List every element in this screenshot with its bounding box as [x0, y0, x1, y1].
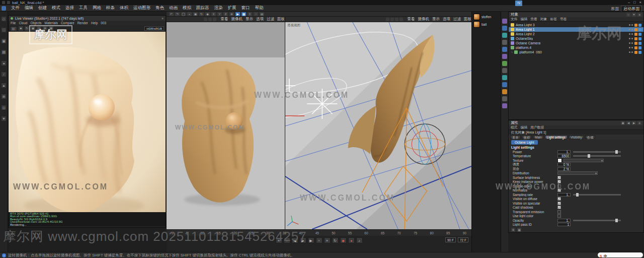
object-name[interactable]: OctaneSky [516, 37, 533, 40]
attribute-tab[interactable]: Main [533, 135, 544, 139]
menu-item[interactable]: 角色 [153, 5, 167, 11]
parameter-checkbox[interactable] [557, 197, 561, 201]
attribute-menu-item[interactable]: 模式 [511, 125, 518, 130]
solo-icon[interactable]: ○ [254, 12, 258, 16]
redo-icon[interactable]: ↷ [175, 12, 180, 16]
object-tags[interactable] [634, 28, 641, 31]
menu-item[interactable]: 工具 [76, 5, 90, 11]
presets-icon[interactable]: ▦ [517, 228, 521, 232]
object-row[interactable]: └ platform.4 [509, 45, 643, 50]
visibility-dots[interactable] [629, 38, 633, 39]
lock-y-axis-icon[interactable]: Y [217, 12, 222, 16]
object-tags[interactable] [634, 51, 641, 54]
viewport-menu-item[interactable]: 查看 [408, 17, 415, 22]
maximize-view-icon[interactable] [386, 18, 389, 21]
menu-item[interactable]: 网格 [90, 5, 104, 11]
previous-key-icon[interactable]: ‹ [284, 237, 290, 243]
render-preview-canvas[interactable] [9, 32, 166, 212]
palette-icon-13[interactable] [502, 103, 507, 108]
palette-icon-9[interactable] [502, 75, 507, 80]
move-icon[interactable]: + [187, 12, 192, 16]
viewport-canvas[interactable]: 透视视图 [285, 22, 471, 229]
visibility-dots[interactable] [629, 24, 633, 26]
viewport-menu-item[interactable]: 选项 [256, 17, 264, 22]
make-editable-icon[interactable]: ◇ [1, 16, 7, 22]
render-view-icon[interactable]: ▶ [235, 12, 240, 16]
live-viewer-menu-item[interactable]: File [11, 21, 16, 25]
viewport-menu-item[interactable]: 显示 [246, 17, 253, 22]
edges-mode-icon[interactable]: / [1, 72, 7, 77]
object-manager-menu-item[interactable]: 书签 [560, 17, 567, 22]
restart-render-icon[interactable]: ↻ [25, 26, 29, 31]
live-viewer-menu-item[interactable]: Cloud [19, 21, 27, 25]
viewport-menu-item[interactable]: 显示 [432, 17, 440, 22]
parameter-checkbox[interactable] [557, 176, 561, 179]
attribute-tab[interactable]: Light settings [545, 135, 568, 139]
camera-sync-icon[interactable]: ◎ [37, 26, 41, 31]
viewport-solo-icon[interactable]: ◎ [1, 105, 7, 110]
parameter-checkbox[interactable] [557, 206, 561, 209]
rotate-icon[interactable]: ↻ [199, 12, 204, 16]
parameter-value-field[interactable]: 1. [557, 219, 571, 222]
viewport-menu-item[interactable]: 选项 [443, 17, 450, 22]
parameter-value-field[interactable]: 6500 [557, 154, 571, 158]
object-tags[interactable] [634, 33, 641, 36]
add-parameter-icon[interactable]: ⊕ [511, 228, 515, 232]
parameter-checkbox[interactable] [557, 188, 561, 192]
visibility-dots[interactable] [629, 47, 633, 48]
texture-color-swatch[interactable] [557, 158, 562, 163]
menu-item[interactable]: 创建 [36, 5, 49, 11]
panel-menu-icon[interactable]: ≡ [637, 13, 641, 17]
camera-icon[interactable] [390, 18, 394, 21]
menu-item[interactable]: 编辑 [22, 5, 36, 11]
parameter-value-field[interactable]: 1. [557, 150, 571, 154]
parameter-dropdown[interactable] [564, 159, 604, 162]
parameter-value-field[interactable]: 0 % [557, 163, 571, 166]
object-name[interactable]: Area Light 2 [516, 32, 535, 36]
display-mode-dropdown[interactable]: HDR/sRGB [144, 26, 164, 31]
close-icon[interactable]: × [162, 17, 164, 20]
lock-x-axis-icon[interactable]: X [211, 12, 216, 16]
go-to-start-icon[interactable]: « [276, 237, 282, 243]
previous-frame-icon[interactable]: ◀ [292, 237, 298, 243]
object-manager-menu-item[interactable]: 对象 [540, 17, 547, 22]
attribute-tab[interactable]: 坐标 [522, 135, 532, 139]
minimize-button[interactable]: – [628, 0, 630, 5]
palette-icon-8[interactable] [502, 68, 507, 73]
material-thumbnail[interactable] [473, 14, 480, 20]
attribute-tab[interactable]: 合成 [585, 135, 596, 139]
scale-icon[interactable]: ▣ [193, 12, 198, 16]
live-viewer-menu-item[interactable]: 003 [101, 21, 106, 25]
parameter-value-field[interactable]: 1 [557, 223, 571, 226]
object-name[interactable]: platform.4 [516, 46, 531, 49]
current-frame-marker[interactable]: 72 [515, 1, 522, 6]
section-header[interactable]: Light settings [509, 145, 643, 150]
attribute-menu-item[interactable]: 编辑 [521, 125, 528, 130]
snap-icon[interactable]: ▤ [260, 12, 264, 16]
parameter-checkbox[interactable] [557, 210, 561, 214]
autokey-icon[interactable]: ● [348, 237, 355, 243]
viewport-menu-item[interactable]: 面板 [464, 17, 471, 22]
palette-icon-12[interactable] [502, 96, 507, 101]
slider-handle[interactable] [615, 219, 618, 222]
object-manager-menu-item[interactable]: 标签 [550, 17, 557, 22]
play-icon[interactable]: ▶ [300, 237, 306, 243]
slider-handle[interactable] [588, 154, 590, 158]
material-item[interactable]: stoffen [472, 13, 501, 21]
palette-icon-4[interactable] [502, 40, 507, 45]
viewport-canvas[interactable] [167, 22, 285, 229]
menu-item[interactable]: 运动图形 [131, 5, 153, 11]
next-frame-icon[interactable]: ▶ [308, 237, 314, 243]
palette-icon-5[interactable] [502, 47, 507, 52]
viewport-menu-item[interactable]: 过滤 [267, 17, 274, 22]
next-key-icon[interactable]: › [316, 237, 323, 243]
palette-icon-6[interactable] [502, 54, 507, 59]
grid-toggle-icon[interactable] [399, 18, 403, 21]
current-frame-field[interactable]: 72 F [458, 237, 468, 242]
light-type-button[interactable]: Octane Light [511, 140, 538, 145]
menu-item[interactable]: 样条 [104, 5, 117, 11]
object-name[interactable]: Area Light 3 [516, 23, 535, 27]
parameter-slider[interactable] [573, 155, 621, 157]
enable-axis-icon[interactable]: ⊕ [1, 94, 7, 99]
object-row[interactable]: └ OctaneSky [509, 36, 643, 41]
